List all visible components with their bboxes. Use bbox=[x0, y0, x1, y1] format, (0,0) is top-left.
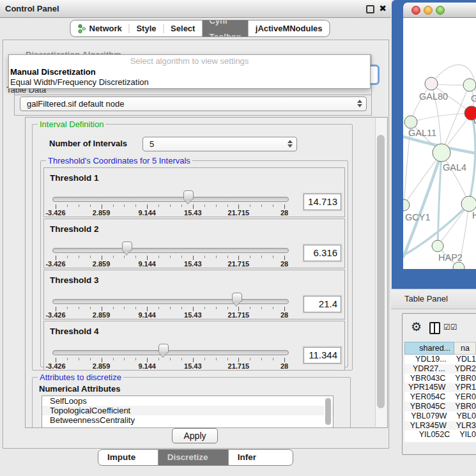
tick-mark bbox=[170, 307, 171, 309]
apply-button[interactable]: Apply bbox=[172, 428, 218, 443]
table-row[interactable]: YBR045CYBR0 bbox=[404, 402, 476, 411]
panel-vertical-scrollbar[interactable] bbox=[375, 118, 387, 427]
tick-mark bbox=[273, 358, 273, 360]
table-row[interactable]: YPR145WYPR1 bbox=[404, 383, 476, 392]
column-header-name[interactable]: na bbox=[454, 342, 476, 355]
cell-name[interactable]: YBR0 bbox=[449, 374, 476, 383]
tab-network[interactable]: Network bbox=[70, 20, 128, 36]
float-window-icon[interactable] bbox=[366, 5, 374, 13]
network-node[interactable] bbox=[463, 79, 476, 91]
cell-shared-name[interactable]: YBR043C bbox=[404, 374, 449, 383]
attribute-item[interactable]: BetweennessCentrality bbox=[42, 415, 333, 425]
network-view-window[interactable]: GAL80GACGAL11GAL4GCY1HHAP2 bbox=[392, 0, 476, 289]
table-row[interactable]: YDR27...YDR2 bbox=[404, 364, 476, 374]
tab-discretize-data[interactable]: Discretize Data bbox=[158, 450, 228, 465]
threshold-slider-thumb[interactable] bbox=[232, 293, 242, 302]
cell-name[interactable]: YBR0 bbox=[449, 402, 476, 411]
cell-name[interactable]: YDL1 bbox=[450, 355, 476, 364]
table-row[interactable]: YBL079WYBL0 bbox=[404, 411, 476, 421]
network-node[interactable] bbox=[432, 240, 443, 252]
column-header-shared-name[interactable]: shared... bbox=[404, 342, 454, 355]
cell-shared-name[interactable]: YPR145W bbox=[404, 383, 449, 392]
cell-name[interactable]: YPR1 bbox=[449, 383, 476, 392]
tab-cyni-toolbox[interactable]: Cyni Toolbox bbox=[202, 20, 248, 36]
threshold-box: Threshold 2 6.316 -3.4262.8599.14415.432… bbox=[43, 219, 345, 268]
cell-shared-name[interactable]: YBL079W bbox=[404, 411, 450, 421]
network-node[interactable] bbox=[433, 144, 450, 162]
tick-mark bbox=[261, 204, 262, 207]
attribute-item[interactable]: TopologicalCoefficient bbox=[42, 406, 333, 415]
tick-mark bbox=[227, 307, 228, 309]
cell-name[interactable]: YBL0 bbox=[450, 411, 476, 421]
table-row[interactable]: YIL052CYIL0 bbox=[404, 430, 476, 440]
threshold-slider-track[interactable] bbox=[52, 248, 289, 253]
table-data-combobox[interactable]: galFiltered.sif default node bbox=[20, 96, 367, 111]
network-node[interactable] bbox=[403, 199, 410, 211]
numerical-attributes-list[interactable]: SelfLoopsTopologicalCoefficientBetweenne… bbox=[42, 395, 334, 428]
network-node[interactable] bbox=[453, 262, 464, 269]
dropdown-item-manual-discretization[interactable]: Manual Discretization bbox=[10, 67, 96, 77]
tick-mark bbox=[170, 256, 171, 258]
tab-impute-data[interactable]: Impute Data bbox=[98, 450, 158, 465]
split-columns-icon[interactable] bbox=[429, 322, 440, 334]
network-window-titlebar[interactable] bbox=[403, 3, 476, 18]
cell-name[interactable]: YIL0 bbox=[454, 430, 476, 440]
zoom-traffic-light-icon[interactable] bbox=[436, 6, 445, 15]
network-graph: GAL80GACGAL11GAL4GCY1HHAP2 bbox=[403, 18, 476, 269]
tick-label: 2.859 bbox=[93, 362, 111, 370]
number-of-intervals-combobox[interactable]: 5 bbox=[142, 137, 297, 151]
minimize-traffic-light-icon[interactable] bbox=[424, 6, 433, 15]
cell-name[interactable]: YER0 bbox=[449, 392, 476, 402]
tick-mark bbox=[204, 256, 205, 258]
threshold-slider-track[interactable] bbox=[52, 299, 289, 304]
dropdown-placeholder-item[interactable]: Select algorithm to view settings bbox=[9, 56, 370, 66]
threshold-slider-track[interactable] bbox=[52, 197, 289, 202]
attribute-item[interactable]: SelfLoops bbox=[42, 396, 333, 406]
tick-mark bbox=[284, 204, 285, 209]
threshold-slider-thumb[interactable] bbox=[158, 344, 169, 353]
scrollbar-thumb[interactable] bbox=[377, 135, 385, 408]
tick-mark bbox=[216, 204, 217, 207]
cell-name[interactable]: YDR2 bbox=[449, 364, 476, 374]
threshold-value-box[interactable]: 6.316 bbox=[303, 245, 341, 261]
table-row[interactable]: YER054CYER0 bbox=[404, 392, 476, 402]
network-canvas[interactable]: GAL80GACGAL11GAL4GCY1HHAP2 bbox=[403, 18, 476, 269]
tab-style[interactable]: Style bbox=[129, 20, 163, 36]
tab-jactivemnodules[interactable]: jActiveMNodules bbox=[249, 20, 330, 36]
threshold-value-box[interactable]: 21.4 bbox=[303, 296, 341, 312]
gear-icon[interactable]: ⚙ bbox=[411, 321, 422, 333]
scrollbar-thumb[interactable] bbox=[325, 398, 331, 425]
tab-infer-network[interactable]: Infer Network bbox=[229, 450, 293, 465]
cell-shared-name[interactable]: YLR345W bbox=[404, 421, 450, 431]
cell-name[interactable]: YLR3 bbox=[450, 421, 476, 431]
tick-mark bbox=[204, 204, 205, 207]
tick-label: 21.715 bbox=[228, 311, 250, 319]
tick-mark bbox=[193, 204, 194, 209]
threshold-slider-thumb[interactable] bbox=[183, 190, 194, 199]
cell-shared-name[interactable]: YIL052C bbox=[404, 430, 454, 440]
dropdown-item-equal-width-frequency[interactable]: Equal Width/Frequency Discretization bbox=[10, 77, 149, 87]
threshold-value-box[interactable]: 11.344 bbox=[303, 347, 341, 364]
spinner-arrows-icon bbox=[357, 100, 362, 107]
table-panel-header[interactable]: Table Panel bbox=[391, 289, 476, 309]
table-row[interactable]: YLR345WYLR3 bbox=[404, 421, 476, 431]
attribute-list-scrollbar[interactable] bbox=[324, 397, 332, 428]
threshold-value-box[interactable]: 14.713 bbox=[303, 194, 341, 210]
cell-shared-name[interactable]: YDR27... bbox=[404, 364, 449, 374]
control-panel-titlebar[interactable]: Control Panel ✖ bbox=[0, 0, 391, 18]
network-node[interactable] bbox=[425, 77, 438, 90]
select-columns-icon[interactable]: ☑☑ bbox=[443, 323, 457, 332]
threshold-label: Threshold 1 bbox=[50, 173, 99, 183]
close-traffic-light-icon[interactable] bbox=[411, 6, 420, 15]
network-node[interactable] bbox=[461, 196, 476, 211]
network-node[interactable] bbox=[404, 116, 417, 128]
threshold-slider-track[interactable] bbox=[52, 350, 289, 355]
cell-shared-name[interactable]: YBR045C bbox=[404, 402, 449, 411]
tab-select[interactable]: Select bbox=[164, 20, 202, 36]
cell-shared-name[interactable]: YDL19... bbox=[404, 355, 450, 364]
cell-shared-name[interactable]: YER054C bbox=[404, 392, 449, 402]
close-icon[interactable]: ✖ bbox=[379, 3, 387, 13]
threshold-slider-thumb[interactable] bbox=[122, 242, 132, 250]
table-row[interactable]: YDL19...YDL1 bbox=[404, 355, 476, 364]
table-row[interactable]: YBR043CYBR0 bbox=[404, 374, 476, 383]
